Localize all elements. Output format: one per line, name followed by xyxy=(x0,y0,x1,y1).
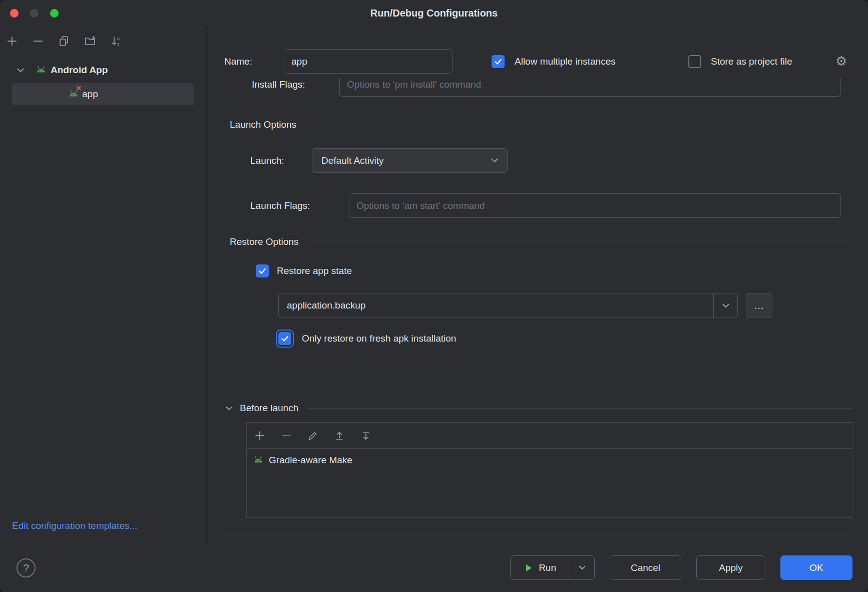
edit-configuration-templates-link[interactable]: Edit configuration templates... xyxy=(12,520,137,531)
only-restore-row: Only restore on fresh apk installation xyxy=(276,330,456,348)
store-as-project-file-label: Store as project file xyxy=(711,49,792,74)
before-launch-task-label: Gradle-aware Make xyxy=(269,455,352,466)
before-launch-header-label: Before launch xyxy=(240,403,298,414)
sort-alphabetically-icon: a z xyxy=(110,35,122,47)
only-restore-checkbox[interactable] xyxy=(278,332,291,345)
focus-ring xyxy=(276,330,294,348)
run-split-button: Run xyxy=(510,555,595,580)
install-flags-input[interactable] xyxy=(339,78,841,97)
sort-configurations-button[interactable]: a z xyxy=(110,35,123,48)
launch-label: Launch: xyxy=(250,148,284,173)
remove-task-button[interactable] xyxy=(280,429,293,442)
check-icon xyxy=(258,267,266,274)
android-icon-with-error: ✕ xyxy=(68,88,80,100)
allow-multiple-instances-label: Allow multiple instances xyxy=(515,49,616,74)
name-label: Name: xyxy=(224,49,252,74)
new-folder-icon xyxy=(84,35,96,47)
minus-icon xyxy=(33,36,44,47)
play-icon xyxy=(524,563,533,572)
edit-task-button[interactable] xyxy=(306,429,319,442)
backup-file-combobox[interactable]: application.backup xyxy=(278,293,738,318)
editor-footer-divider xyxy=(222,533,852,533)
zoom-window-button[interactable] xyxy=(50,9,59,18)
configurations-tree: Android App ✕ app xyxy=(0,59,206,105)
tree-item-label: app xyxy=(82,89,98,100)
run-debug-configurations-dialog: Run/Debug Configurations xyxy=(0,0,868,592)
launch-options-section-header: Launch Options xyxy=(230,118,852,131)
run-options-dropdown-button[interactable] xyxy=(570,556,594,579)
store-as-project-file-checkbox[interactable] xyxy=(688,55,701,68)
android-icon xyxy=(252,454,264,466)
chevron-down-icon xyxy=(491,158,498,163)
add-task-button[interactable] xyxy=(253,429,266,442)
scrolled-form-clip: Install Flags: xyxy=(207,78,868,97)
chevron-down-icon xyxy=(579,565,586,570)
backup-file-value: application.backup xyxy=(279,300,713,311)
configuration-editor: Name: Allow multiple instances Store as … xyxy=(207,27,868,543)
launch-dropdown-value: Default Activity xyxy=(321,155,384,166)
copy-icon xyxy=(58,35,70,47)
arrow-down-icon xyxy=(360,430,371,441)
close-window-button[interactable] xyxy=(10,9,19,18)
svg-text:z: z xyxy=(117,42,120,47)
cancel-button[interactable]: Cancel xyxy=(610,555,681,580)
check-icon xyxy=(494,58,502,65)
apply-button[interactable]: Apply xyxy=(696,555,765,580)
tree-group-android-app[interactable]: Android App xyxy=(0,59,206,81)
minimize-window-button[interactable] xyxy=(30,9,39,18)
launch-options-header-label: Launch Options xyxy=(230,119,296,130)
move-up-button[interactable] xyxy=(333,429,346,442)
footer-buttons: Run Cancel Apply OK xyxy=(510,555,852,580)
dialog-title: Run/Debug Configurations xyxy=(370,8,498,19)
titlebar: Run/Debug Configurations xyxy=(0,0,868,27)
tree-item-app-selected[interactable]: ✕ app xyxy=(12,83,194,105)
svg-text:a: a xyxy=(117,36,120,41)
configurations-sidebar: a z xyxy=(0,27,207,543)
plus-icon xyxy=(254,430,265,441)
install-flags-label: Install Flags: xyxy=(252,78,305,97)
before-launch-panel: Gradle-aware Make xyxy=(246,422,852,518)
section-divider-line xyxy=(308,408,852,409)
launch-dropdown[interactable]: Default Activity xyxy=(312,148,508,173)
only-restore-label: Only restore on fresh apk installation xyxy=(302,333,456,344)
restore-app-state-label: Restore app state xyxy=(277,265,352,276)
sidebar-toolbar: a z xyxy=(0,27,206,54)
restore-options-section-header: Restore Options xyxy=(230,235,852,248)
tree-group-label: Android App xyxy=(51,65,108,76)
check-icon xyxy=(281,335,289,342)
window-controls xyxy=(10,0,59,27)
new-folder-button[interactable] xyxy=(84,35,97,48)
restore-app-state-checkbox[interactable] xyxy=(256,264,269,277)
launch-flags-input[interactable] xyxy=(349,193,841,218)
restore-options-header-label: Restore Options xyxy=(230,236,298,247)
move-down-button[interactable] xyxy=(359,429,372,442)
copy-configuration-button[interactable] xyxy=(58,35,71,48)
before-launch-task-row[interactable]: Gradle-aware Make xyxy=(247,449,852,466)
dialog-footer: ? Run Cancel Apply OK xyxy=(0,543,868,592)
section-divider-line xyxy=(308,242,852,242)
run-button-label: Run xyxy=(539,562,556,573)
ok-button[interactable]: OK xyxy=(780,555,852,580)
android-icon xyxy=(35,64,47,76)
run-button[interactable]: Run xyxy=(511,556,570,579)
chevron-down-icon[interactable] xyxy=(17,68,24,73)
minus-icon xyxy=(281,430,292,441)
restore-app-state-row: Restore app state xyxy=(256,264,352,277)
gear-icon[interactable]: ⚙ xyxy=(835,49,847,74)
section-divider-line xyxy=(306,125,852,125)
before-launch-section-header: Before launch xyxy=(226,402,852,415)
combobox-arrow-button[interactable] xyxy=(713,293,737,318)
remove-configuration-button[interactable] xyxy=(32,35,45,48)
help-button[interactable]: ? xyxy=(17,558,36,577)
chevron-down-icon[interactable] xyxy=(226,406,233,411)
launch-flags-label: Launch Flags: xyxy=(250,193,310,218)
question-mark-icon: ? xyxy=(23,562,29,574)
plus-icon xyxy=(7,36,18,47)
browse-button[interactable]: ... xyxy=(746,293,772,318)
name-input[interactable] xyxy=(284,49,453,74)
arrow-up-icon xyxy=(334,430,345,441)
before-launch-toolbar xyxy=(247,423,852,449)
add-configuration-button[interactable] xyxy=(6,35,19,48)
allow-multiple-instances-checkbox[interactable] xyxy=(492,55,505,68)
pencil-icon xyxy=(307,430,318,441)
